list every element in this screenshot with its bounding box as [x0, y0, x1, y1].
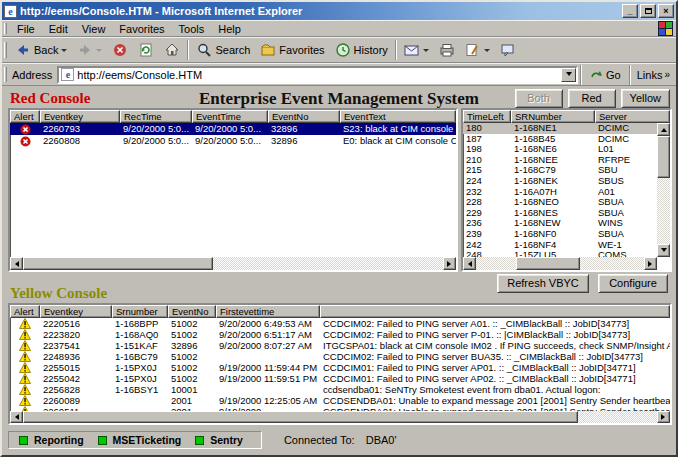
configure-button[interactable]: Configure	[598, 274, 668, 293]
column-header-eventtime[interactable]: EventTime	[192, 110, 268, 123]
red-right-vscrollbar[interactable]	[657, 123, 670, 257]
address-input[interactable]: e http://eems/Console.HTM	[57, 66, 578, 84]
favorites-button[interactable]: Favorites	[255, 38, 329, 62]
home-button[interactable]	[159, 38, 185, 62]
address-dropdown-button[interactable]	[561, 68, 576, 82]
table-row[interactable]: 1801-168NE1DCIMC	[463, 123, 657, 134]
restore-button[interactable]	[640, 4, 656, 18]
table-row[interactable]: 22550151-15PX0J510029/19/2000 11:59:44 P…	[10, 362, 670, 373]
search-button[interactable]: Search	[191, 38, 255, 62]
column-header-alert[interactable]: Alert	[10, 305, 40, 318]
column-header-srnumber[interactable]: SRNumber	[511, 110, 595, 123]
table-row[interactable]: 22375411-151KAF328969/20/2000 8:07:27 AM…	[10, 340, 670, 351]
menu-item-view[interactable]: View	[75, 22, 113, 36]
scroll-up-button[interactable]	[657, 123, 670, 136]
table-row[interactable]: 2481-15ZLU5COMS	[463, 250, 657, 257]
table-row[interactable]: 2101-168NEERFRPE	[463, 155, 657, 166]
minimize-button[interactable]: _	[622, 4, 638, 18]
links-button[interactable]: Links »	[633, 69, 674, 81]
url-text[interactable]: http://eems/Console.HTM	[77, 69, 561, 81]
go-button[interactable]: Go	[584, 68, 627, 81]
menubar-grip[interactable]	[4, 23, 7, 34]
edit-button[interactable]	[460, 38, 495, 62]
menu-item-help[interactable]: Help	[211, 22, 248, 36]
table-row[interactable]: 1981-168NE6L01	[463, 144, 657, 155]
scroll-thumb[interactable]	[23, 257, 213, 270]
table-row[interactable]: 22608089/20/2000 5:0...9/20/2000 5:0...3…	[10, 135, 456, 147]
column-header-srnumber[interactable]: Srnumber	[112, 305, 168, 318]
scroll-left-button[interactable]	[10, 257, 23, 270]
scroll-right-button[interactable]	[644, 257, 657, 270]
scroll-right-button[interactable]	[657, 411, 670, 423]
cell-firsteventtime: 9/20/2000 6:51:17 AM	[216, 329, 320, 340]
column-header-eventtext[interactable]: EventText	[340, 110, 456, 123]
table-row[interactable]: 2361-168NEWWINS	[463, 218, 657, 229]
refresh-button[interactable]	[133, 38, 159, 62]
both-button[interactable]: Both	[515, 89, 563, 108]
column-header-blank	[320, 305, 670, 318]
column-header-eventkey[interactable]: Eventkey	[40, 305, 112, 318]
table-row[interactable]: 2321-16A07HA01	[463, 187, 657, 198]
mail-dropdown-icon[interactable]	[423, 49, 429, 55]
column-header-firstevettime[interactable]: Firstevettime	[216, 305, 320, 318]
column-header-eventkey[interactable]: Eventkey	[40, 110, 120, 123]
addressbar-grip[interactable]	[4, 67, 7, 82]
scroll-left-button[interactable]	[10, 411, 23, 423]
table-row[interactable]: 226008920019/19/2000 12:25:05 AMCCDSENDB…	[10, 395, 670, 406]
column-header-rectime[interactable]: RecTime	[120, 110, 192, 123]
menu-item-tools[interactable]: Tools	[172, 22, 212, 36]
table-row[interactable]: 2281-168NEOSBUA	[463, 197, 657, 208]
print-button[interactable]	[434, 38, 460, 62]
triangle-left-icon	[465, 261, 472, 267]
table-row[interactable]: 22568281-16BSY110001ccdsendba01: SeNTry …	[10, 384, 670, 395]
table-row[interactable]: 22205161-168BPP510029/20/2000 6:49:53 AM…	[10, 318, 670, 329]
column-header-timeleft[interactable]: TimeLeft	[463, 110, 511, 123]
stop-button[interactable]	[107, 38, 133, 62]
discuss-button[interactable]	[495, 38, 521, 62]
table-row[interactable]: 2421-168NF4WE-1	[463, 240, 657, 251]
red-right-hscrollbar[interactable]	[463, 257, 657, 270]
yellow-button[interactable]: Yellow	[621, 89, 670, 108]
refresh-vbyc-button[interactable]: Refresh VBYC	[497, 274, 589, 293]
table-row[interactable]: 2241-168NEKSBUS	[463, 176, 657, 187]
red-left-hscrollbar[interactable]	[10, 257, 456, 270]
forward-button[interactable]	[72, 38, 107, 62]
table-row[interactable]: 22550421-15PX0J510029/19/2000 11:59:51 P…	[10, 373, 670, 384]
table-row[interactable]: 22607939/20/2000 5:0...9/20/2000 5:0...3…	[10, 123, 456, 135]
back-button[interactable]: Back	[10, 38, 72, 62]
column-header-eventno[interactable]: EventNo	[268, 110, 340, 123]
forward-dropdown-icon[interactable]	[96, 49, 102, 55]
cell-timeleft: 232	[463, 187, 511, 198]
menu-item-favorites[interactable]: Favorites	[112, 22, 171, 36]
standard-toolbar: Back Search Favorites History	[2, 37, 676, 63]
cell-message: CCDSENDBA01: Unable to expand message 20…	[320, 395, 670, 406]
mail-button[interactable]	[399, 38, 434, 62]
scroll-right-button[interactable]	[443, 257, 456, 270]
cell-server: SBUA	[595, 229, 657, 240]
yellow-hscrollbar[interactable]	[10, 411, 670, 423]
scroll-thumb[interactable]	[657, 136, 670, 178]
scroll-down-button[interactable]	[657, 244, 670, 257]
scroll-left-button[interactable]	[463, 257, 476, 270]
column-header-eventno[interactable]: EventNo	[168, 305, 216, 318]
table-row[interactable]: 22489361-16BC7951002CCDCIM02: Failed to …	[10, 351, 670, 362]
menu-item-edit[interactable]: Edit	[42, 22, 75, 36]
scroll-thumb[interactable]	[516, 257, 580, 270]
back-dropdown-icon[interactable]	[61, 49, 67, 55]
toolbar-grip[interactable]	[4, 42, 7, 59]
history-button[interactable]: History	[330, 38, 393, 62]
page-content: Red Console Enterprise Event Management …	[2, 86, 676, 455]
close-button[interactable]: ×	[658, 4, 674, 18]
column-header-alert[interactable]: Alert	[10, 110, 40, 123]
table-row[interactable]: 2391-168NF0SBUA	[463, 229, 657, 240]
menu-item-file[interactable]: File	[10, 22, 42, 36]
column-header-server[interactable]: Server	[595, 110, 670, 123]
scroll-thumb[interactable]	[23, 411, 578, 423]
red-button[interactable]: Red	[568, 89, 616, 108]
cell-timeleft: 248	[463, 250, 511, 257]
table-row[interactable]: 22238201-168AQ0510029/20/2000 6:51:17 AM…	[10, 329, 670, 340]
table-row[interactable]: 2151-168C79SBU	[463, 165, 657, 176]
table-row[interactable]: 2291-168NESSBUA	[463, 208, 657, 219]
table-row[interactable]: 1871-168B45DCIMC	[463, 134, 657, 145]
edit-dropdown-icon[interactable]	[484, 49, 490, 55]
